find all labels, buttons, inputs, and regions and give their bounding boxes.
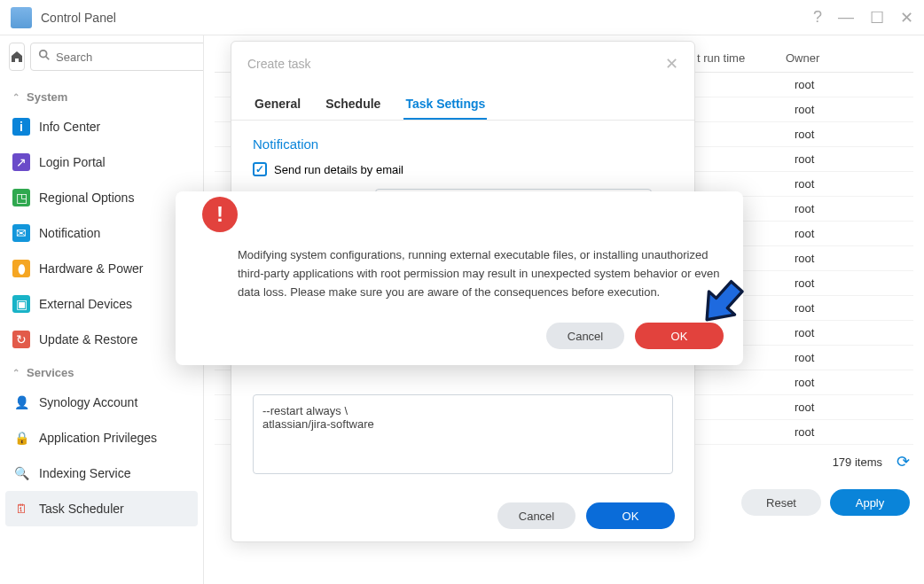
sidebar-item-label: Regional Options [39,191,134,205]
section-label: Services [27,366,74,379]
cell-owner: root [786,227,910,240]
notification-icon: ✉ [12,224,30,242]
modal-close-icon[interactable]: ✕ [665,54,678,74]
sidebar-item-update[interactable]: ↻ Update & Restore [5,322,198,357]
sidebar-item-notification[interactable]: ✉ Notification [5,215,198,251]
refresh-icon[interactable]: ⟳ [897,452,910,471]
sidebar: ⌃ System i Info Center ↗ Login Portal ◳ … [0,35,204,584]
sidebar-item-label: Application Privileges [39,431,157,445]
sidebar-item-label: External Devices [39,297,132,311]
warning-text: Modifying system configurations, running… [238,246,724,301]
tab-schedule[interactable]: Schedule [324,90,382,120]
portal-icon: ↗ [12,153,30,171]
task-cancel-button[interactable]: Cancel [497,502,576,529]
lock-icon: 🔒 [12,429,30,447]
hardware-icon: ⬮ [12,260,30,277]
modal-title: Create task [247,57,311,71]
script-textarea[interactable]: --restart always \ atlassian/jira-softwa… [253,394,673,474]
sidebar-item-synology-account[interactable]: 👤 Synology Account [5,385,198,420]
cell-owner: root [786,177,910,191]
section-notification-title: Notification [253,136,673,152]
sidebar-item-external[interactable]: ▣ External Devices [5,286,198,322]
cell-owner: root [786,252,910,265]
warning-icon: ! [202,197,238,232]
info-icon: i [12,118,30,136]
update-icon: ↻ [12,331,30,348]
search-icon [38,49,51,65]
indexing-icon: 🔍 [12,464,30,482]
help-icon[interactable]: ? [813,8,822,27]
cell-owner: root [786,301,910,315]
svg-line-1 [46,57,50,60]
cell-owner: root [786,376,910,389]
home-button[interactable] [9,43,25,71]
search-box[interactable] [30,43,204,71]
maximize-icon[interactable]: ☐ [870,8,884,27]
task-ok-button[interactable]: OK [586,502,675,529]
checkbox-icon[interactable]: ✓ [253,162,267,176]
sidebar-item-label: Notification [39,226,100,240]
sidebar-item-label: Indexing Service [39,466,131,480]
cell-owner: root [786,326,910,339]
account-icon: 👤 [12,393,30,411]
sidebar-item-task-scheduler[interactable]: 🗓 Task Scheduler [5,491,198,526]
sidebar-item-label: Login Portal [39,155,106,169]
reset-button[interactable]: Reset [741,489,821,516]
cell-owner: root [786,202,910,215]
app-icon [11,7,32,28]
sidebar-item-regional[interactable]: ◳ Regional Options [5,180,198,215]
sidebar-item-indexing[interactable]: 🔍 Indexing Service [5,456,198,491]
window-title: Control Panel [41,11,813,25]
cell-owner: root [786,78,910,91]
cell-owner: root [786,103,910,116]
col-owner[interactable]: Owner [786,51,910,65]
sidebar-item-label: Synology Account [39,395,137,409]
sidebar-item-info-center[interactable]: i Info Center [5,109,198,144]
chevron-up-icon: ⌃ [12,368,20,378]
checkbox-label: Send run details by email [274,163,403,176]
warning-modal: ! Modifying system configurations, runni… [176,191,743,365]
sidebar-item-label: Task Scheduler [39,502,124,516]
cell-owner: root [786,152,910,166]
tab-general[interactable]: General [253,90,302,120]
item-count: 179 items [833,456,882,469]
section-label: System [27,90,67,104]
cell-owner: root [786,401,910,414]
sidebar-item-label: Update & Restore [39,332,137,347]
sidebar-item-login-portal[interactable]: ↗ Login Portal [5,144,198,180]
section-header-system[interactable]: ⌃ System [5,82,198,109]
minimize-icon[interactable]: — [838,8,854,27]
cell-owner: root [786,128,910,141]
sidebar-item-label: Hardware & Power [39,261,144,276]
cell-owner: root [786,425,910,439]
tab-task-settings[interactable]: Task Settings [403,90,487,120]
sidebar-item-app-privileges[interactable]: 🔒 Application Privileges [5,420,198,456]
cell-owner: root [786,351,910,364]
warning-cancel-button[interactable]: Cancel [546,323,624,349]
regional-icon: ◳ [12,189,30,206]
sidebar-item-label: Info Center [39,120,100,134]
svg-point-0 [40,51,47,58]
external-icon: ▣ [12,295,30,313]
close-icon[interactable]: ✕ [900,8,913,27]
sidebar-item-hardware[interactable]: ⬮ Hardware & Power [5,251,198,286]
apply-button[interactable]: Apply [830,489,910,516]
scheduler-icon: 🗓 [12,500,30,518]
send-email-checkbox-row[interactable]: ✓ Send run details by email [253,162,673,176]
window-header: Control Panel ? — ☐ ✕ [0,0,924,35]
window-controls: ? — ☐ ✕ [813,8,913,27]
warning-ok-button[interactable]: OK [635,323,724,349]
search-input[interactable] [56,51,204,64]
chevron-up-icon: ⌃ [12,92,20,102]
section-header-services[interactable]: ⌃ Services [5,357,198,385]
cell-owner: root [786,276,910,290]
